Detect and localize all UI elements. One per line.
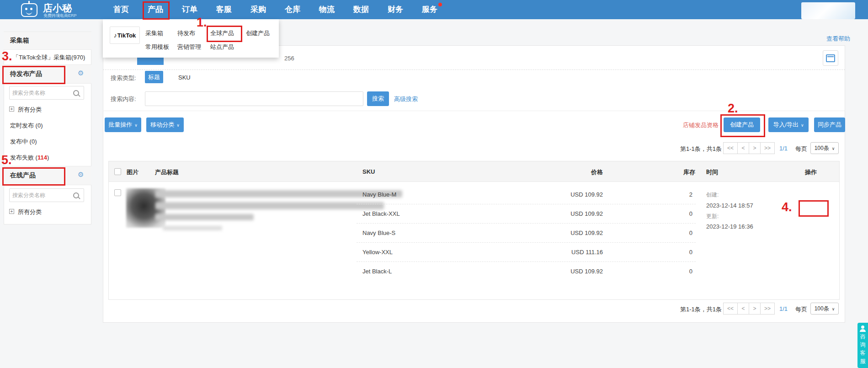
pagination-next-button[interactable]: > <box>749 142 761 154</box>
online-category-search[interactable] <box>9 188 84 202</box>
menu-item-pending-publish[interactable]: 待发布 <box>177 29 195 37</box>
sync-products-button[interactable]: 同步产品 <box>814 117 845 132</box>
row-separator <box>357 204 696 204</box>
products-dropdown-menu: ♪ TikTok 采集箱 待发布 全球产品 创建产品 常用模板 营销管理 站点产… <box>103 19 279 58</box>
menu-item-collect-box[interactable]: 采集箱 <box>145 29 163 37</box>
top-navbar: 店小秘 免费跨境电商ERP 首页 产品 订单 客服 采购 仓库 物流 数据 财务… <box>0 0 868 19</box>
annotation-box-publish <box>799 200 829 217</box>
chevron-down-icon: ∨ <box>134 123 138 128</box>
search-type-sku-option[interactable]: SKU <box>178 74 191 81</box>
view-help-link[interactable]: 查看帮助 <box>826 35 850 43</box>
sku-name: Yellow-XXL <box>362 249 393 256</box>
pagination-page-indicator-bottom: 1/1 <box>779 305 788 312</box>
sku-name: Jet Black-L <box>362 268 392 275</box>
search-content-input[interactable] <box>145 91 363 106</box>
shop-tab-count[interactable]: 256 <box>284 55 294 62</box>
sku-stock: 0 <box>660 249 692 256</box>
col-header-price: 价格 <box>557 168 603 176</box>
sku-stock: 0 <box>660 210 692 217</box>
menu-item-site-products[interactable]: 站点产品 <box>210 43 234 51</box>
user-account-area-blurred[interactable] <box>801 2 855 19</box>
nav-item-finance[interactable]: 财务 <box>388 0 403 19</box>
col-header-operations: 操作 <box>805 168 817 176</box>
menu-item-marketing[interactable]: 营销管理 <box>177 43 201 51</box>
pagination-prev-button[interactable]: < <box>737 142 749 154</box>
annotation-number-2: 2. <box>728 102 738 115</box>
nav-item-purchasing[interactable]: 采购 <box>250 0 266 19</box>
pagination-summary: 第1-1条，共1条 <box>680 145 722 153</box>
search-button[interactable]: 搜索 <box>367 91 389 106</box>
nav-item-home[interactable]: 首页 <box>113 0 129 19</box>
sku-price: USD 109.92 <box>526 191 603 198</box>
product-title-blurred <box>155 202 384 209</box>
select-all-checkbox[interactable] <box>114 168 121 175</box>
chevron-down-icon: ∨ <box>832 146 835 151</box>
sidebar-item-tiktok-collect-box[interactable]: 「TikTok全球」采集箱(970) <box>13 53 85 62</box>
pagination-next-button[interactable]: > <box>749 303 761 315</box>
pagination-first-button[interactable]: << <box>723 303 738 315</box>
annotation-number-5: 5. <box>1 154 12 166</box>
sku-price: USD 111.16 <box>526 249 603 256</box>
annotation-box-create-product <box>720 114 765 137</box>
nav-item-orders[interactable]: 订单 <box>182 0 197 19</box>
pending-category-search[interactable] <box>9 86 84 100</box>
pagination-first-button[interactable]: << <box>723 142 738 154</box>
per-page-select-bottom[interactable]: 100条∨ <box>810 303 839 315</box>
nav-item-warehouse[interactable]: 仓库 <box>285 0 300 19</box>
annotation-box-online-products <box>2 167 65 186</box>
search-type-title-tag[interactable]: 标题 <box>145 71 163 83</box>
nav-item-logistics[interactable]: 物流 <box>319 0 335 19</box>
pending-category-search-input[interactable] <box>10 90 73 96</box>
online-settings-gear-icon[interactable]: ⚙ <box>78 171 84 179</box>
pagination-controls: << < > >> <box>724 142 775 154</box>
import-export-button[interactable]: 导入/导出∨ <box>768 117 809 132</box>
sidebar-item-publishing[interactable]: 发布中 (0) <box>10 138 37 146</box>
sidebar-item-publish-failed[interactable]: 发布失败 (114) <box>10 154 49 162</box>
sidebar-item-all-categories[interactable]: 所有分类 <box>18 106 42 114</box>
search-magnifier-icon[interactable] <box>73 90 79 96</box>
search-magnifier-icon[interactable] <box>73 192 79 198</box>
expand-all-categories-icon[interactable]: + <box>9 209 14 214</box>
shop-listing-qualification-link[interactable]: 店铺发品资格 <box>683 121 719 129</box>
pagination-prev-button[interactable]: < <box>737 303 749 315</box>
sidebar-item-all-categories-online[interactable]: 所有分类 <box>18 208 42 216</box>
customer-service-widget[interactable]: 咨 询 客 服 <box>857 323 868 368</box>
updated-label: 更新: <box>706 213 719 220</box>
per-page-select[interactable]: 100条∨ <box>810 142 839 154</box>
annotation-number-1: 1. <box>197 16 207 29</box>
row-checkbox[interactable] <box>114 189 121 196</box>
sku-price: USD 109.92 <box>526 210 603 217</box>
pagination-last-button[interactable]: >> <box>760 303 775 315</box>
app-subtitle: 免费跨境电商ERP <box>43 13 77 19</box>
expand-all-categories-icon[interactable]: + <box>9 107 14 112</box>
layout-toggle-button[interactable] <box>823 50 838 66</box>
nav-item-customer-service[interactable]: 客服 <box>216 0 232 19</box>
per-page-label-bottom: 每页 <box>795 305 807 314</box>
pagination-last-button[interactable]: >> <box>760 142 775 154</box>
batch-operations-button[interactable]: 批量操作∨ <box>105 117 141 132</box>
created-label: 创建: <box>706 191 719 199</box>
chevron-down-icon: ∨ <box>801 123 804 128</box>
advanced-search-link[interactable]: 高级搜索 <box>394 95 418 103</box>
person-icon <box>861 325 864 329</box>
failed-count: 114 <box>37 154 47 161</box>
sku-name: Navy Blue-S <box>362 229 395 236</box>
nav-item-data[interactable]: 数据 <box>353 0 369 19</box>
sku-stock: 0 <box>660 229 692 236</box>
row-separator <box>357 223 696 224</box>
screen: 店小秘 免费跨境电商ERP 首页 产品 订单 客服 采购 仓库 物流 数据 财务… <box>0 0 868 368</box>
online-category-search-input[interactable] <box>10 192 73 198</box>
pagination-page-indicator: 1/1 <box>779 145 788 152</box>
menu-item-common-templates[interactable]: 常用模板 <box>145 43 169 51</box>
search-type-label: 搜索类型: <box>111 74 136 82</box>
nav-item-services[interactable]: 服务 <box>422 0 437 19</box>
robot-antenna <box>28 1 30 4</box>
col-header-image: 图片 <box>127 168 138 176</box>
col-header-title: 产品标题 <box>155 168 179 176</box>
move-category-button[interactable]: 移动分类∨ <box>146 117 184 132</box>
pending-settings-gear-icon[interactable]: ⚙ <box>78 69 84 77</box>
menu-item-create-product[interactable]: 创建产品 <box>246 29 270 37</box>
tiktok-platform-logo: ♪ TikTok <box>110 27 140 44</box>
created-time: 2023-12-14 18:57 <box>706 202 753 209</box>
sidebar-item-scheduled-publish[interactable]: 定时发布 (0) <box>10 122 43 130</box>
